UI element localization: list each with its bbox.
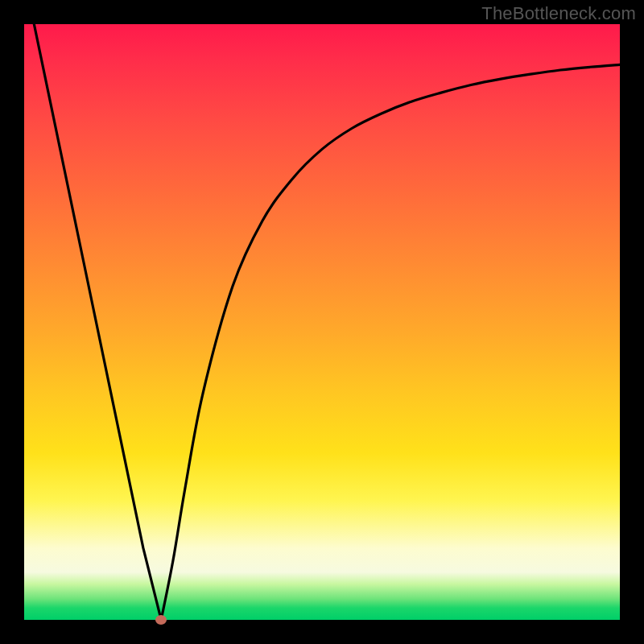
bottleneck-curve	[24, 24, 620, 620]
attribution-text: TheBottleneck.com	[481, 3, 636, 24]
curve-svg	[24, 24, 620, 620]
chart-frame: TheBottleneck.com	[0, 0, 644, 644]
minimum-point-marker	[155, 615, 167, 625]
plot-area	[24, 24, 620, 620]
